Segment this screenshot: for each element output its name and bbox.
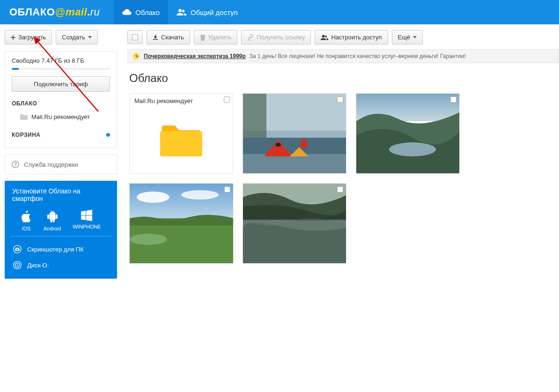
download-button[interactable]: Скачать [147, 30, 190, 44]
disk-icon [13, 261, 22, 269]
download-label: Скачать [161, 34, 184, 41]
logo-mail: mail [66, 6, 87, 18]
grid-photo-item[interactable] [243, 93, 346, 174]
section-trash-title[interactable]: КОРЗИНА [12, 132, 110, 138]
help-icon: ? [12, 161, 19, 168]
upload-button-label: Загрузить [18, 34, 46, 41]
delete-button[interactable]: Удалить [194, 30, 238, 44]
apple-icon [21, 210, 32, 223]
svg-point-17 [302, 139, 306, 143]
photo-thumbnail [243, 184, 346, 263]
grid-photo-item[interactable] [356, 93, 460, 174]
platform-ios-label: iOS [22, 226, 30, 231]
folder-label: Mail.Ru рекомендует [130, 94, 233, 108]
storage-box: Свободно 7.47 ГБ из 8 ГБ Подключить тари… [5, 51, 117, 148]
svg-point-7 [16, 249, 18, 250]
item-checkbox[interactable] [450, 96, 456, 103]
logo-dot: . [87, 6, 90, 18]
connect-tariff-button[interactable]: Подключить тариф [12, 76, 110, 92]
link-icon [247, 34, 254, 41]
folder-icon [160, 124, 202, 158]
svg-point-4 [51, 213, 51, 213]
share-label: Настроить доступ [331, 34, 382, 41]
select-all-checkbox[interactable] [127, 30, 143, 44]
more-button[interactable]: Ещё [392, 30, 423, 44]
upload-button[interactable]: Загрузить [5, 30, 52, 44]
item-checkbox[interactable] [337, 96, 343, 103]
tree-item-label: Mail.Ru рекомендует [31, 113, 90, 120]
sidebar: Загрузить Создать Свободно 7.47 ГБ из 8 … [0, 24, 122, 284]
toolbar: Скачать Удалить Получить ссылку Настроит… [127, 30, 559, 44]
get-link-button[interactable]: Получить ссылку [241, 30, 311, 44]
camera-icon [13, 245, 22, 253]
platform-winphone-label: WINPHONE [73, 224, 101, 229]
ad-text: За 1 день! Все лицензии! Не понравится к… [250, 53, 466, 59]
promo-box: Установите Облако на смартфон iOS Androi… [5, 181, 117, 279]
photo-thumbnail [130, 184, 233, 263]
grid-folder-item[interactable]: Mail.Ru рекомендует [129, 93, 233, 174]
platform-android[interactable]: Android [44, 210, 61, 231]
grid-photo-item[interactable] [243, 183, 346, 264]
people-icon [177, 9, 187, 15]
svg-point-15 [275, 143, 281, 147]
page-title: Облако [127, 63, 559, 91]
download-icon [153, 35, 158, 40]
folder-icon [20, 114, 28, 120]
ad-banner[interactable]: ✎ Почерковедческая экспертиза 1999р За 1… [127, 49, 559, 63]
photo-thumbnail [243, 94, 346, 173]
svg-point-24 [130, 234, 167, 245]
svg-point-22 [137, 192, 169, 203]
android-icon [47, 210, 58, 223]
screenshoter-label: Скриншотер для ПК [27, 246, 84, 253]
create-button[interactable]: Создать [56, 30, 97, 44]
logo-at: @ [55, 6, 66, 18]
share-button[interactable]: Настроить доступ [315, 30, 388, 44]
disko-label: Диск-О: [27, 262, 49, 269]
svg-text:?: ? [14, 162, 17, 167]
support-link[interactable]: ? Служба поддержки [5, 155, 117, 174]
select-all-input[interactable] [132, 34, 138, 40]
chevron-down-icon [88, 36, 92, 39]
svg-point-10 [17, 265, 18, 266]
chevron-down-icon [413, 36, 417, 39]
nav-shared-label: Общий доступ [191, 8, 238, 16]
platform-android-label: Android [44, 226, 61, 231]
promo-title: Установите Облако на смартфон [5, 181, 117, 207]
grid-photo-item[interactable] [129, 183, 233, 264]
section-cloud-title[interactable]: ОБЛАКО [12, 100, 110, 107]
svg-point-5 [53, 213, 54, 213]
header-nav: Облако Общий доступ [114, 0, 246, 24]
people-icon [321, 35, 328, 40]
svg-point-23 [181, 190, 219, 200]
app-header: ОБЛАКО@mail.ru Облако Общий доступ [0, 0, 559, 24]
platform-ios[interactable]: iOS [21, 210, 32, 231]
item-checkbox[interactable] [224, 186, 230, 192]
logo-ru: ru [90, 6, 100, 18]
delete-label: Удалить [208, 34, 232, 41]
svg-rect-14 [243, 154, 346, 173]
logo-oblako: ОБЛАКО [9, 6, 55, 18]
svg-point-20 [389, 142, 436, 156]
support-label: Служба поддержки [24, 161, 78, 168]
nav-cloud-label: Облако [135, 8, 160, 16]
item-checkbox[interactable] [224, 96, 230, 103]
storage-progress [12, 68, 110, 70]
nav-cloud[interactable]: Облако [114, 0, 168, 24]
windows-icon [81, 210, 92, 221]
blue-dot-icon [106, 133, 110, 137]
nav-shared[interactable]: Общий доступ [168, 0, 246, 24]
plus-icon [11, 35, 15, 40]
create-button-label: Создать [62, 34, 85, 41]
main-content: Скачать Удалить Получить ссылку Настроит… [122, 24, 559, 284]
file-grid: Mail.Ru рекомендует [127, 91, 559, 266]
tree-item-recommends[interactable]: Mail.Ru рекомендует [12, 111, 110, 123]
item-checkbox[interactable] [337, 186, 343, 192]
cloud-icon [122, 9, 132, 15]
ad-link[interactable]: Почерковедческая экспертиза 1999р [144, 53, 246, 59]
screenshoter-link[interactable]: Скриншотер для ПК [12, 241, 110, 257]
platform-winphone[interactable]: WINPHONE [73, 210, 101, 231]
disko-link[interactable]: Диск-О: [12, 257, 110, 273]
photo-thumbnail [356, 94, 460, 173]
logo[interactable]: ОБЛАКО@mail.ru [0, 6, 109, 18]
get-link-label: Получить ссылку [257, 34, 305, 41]
